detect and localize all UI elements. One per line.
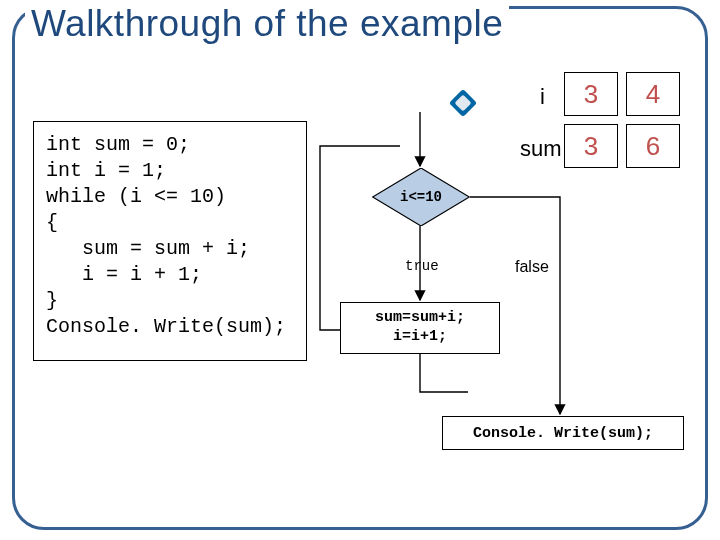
code-line: Console. Write(sum); <box>46 315 286 338</box>
var-sum-label: sum <box>520 136 562 162</box>
code-line: while (i <= 10) <box>46 185 226 208</box>
flow-process: sum=sum+i; i=i+1; <box>340 302 500 354</box>
var-sum-prev: 3 <box>564 124 618 168</box>
var-sum-next: 6 <box>626 124 680 168</box>
code-line: { <box>46 211 58 234</box>
var-i-label: i <box>540 84 545 110</box>
flow-decision: i<=10 <box>372 168 470 226</box>
false-label: false <box>515 258 549 276</box>
code-box: int sum = 0; int i = 1; while (i <= 10) … <box>33 121 307 361</box>
true-label: true <box>405 258 439 274</box>
slide-title: Walkthrough of the example <box>25 3 509 45</box>
var-i-prev: 3 <box>564 72 618 116</box>
code-line: sum = sum + i; <box>46 237 250 260</box>
code-line: int sum = 0; <box>46 133 190 156</box>
decision-text: i<=10 <box>372 168 470 226</box>
code-line: int i = 1; <box>46 159 166 182</box>
var-i-next: 4 <box>626 72 680 116</box>
code-line: } <box>46 289 58 312</box>
code-line: i = i + 1; <box>46 263 202 286</box>
flow-final: Console. Write(sum); <box>442 416 684 450</box>
process-line: sum=sum+i; <box>375 309 465 328</box>
process-line: i=i+1; <box>393 328 447 347</box>
